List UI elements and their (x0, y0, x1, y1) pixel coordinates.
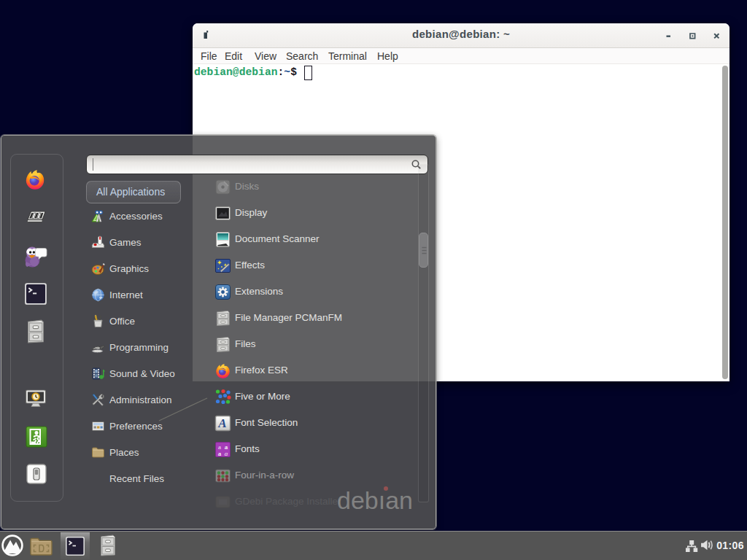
svg-text:A: A (217, 416, 226, 430)
svg-text:a: a (225, 450, 228, 457)
svg-text:a: a (218, 450, 222, 457)
